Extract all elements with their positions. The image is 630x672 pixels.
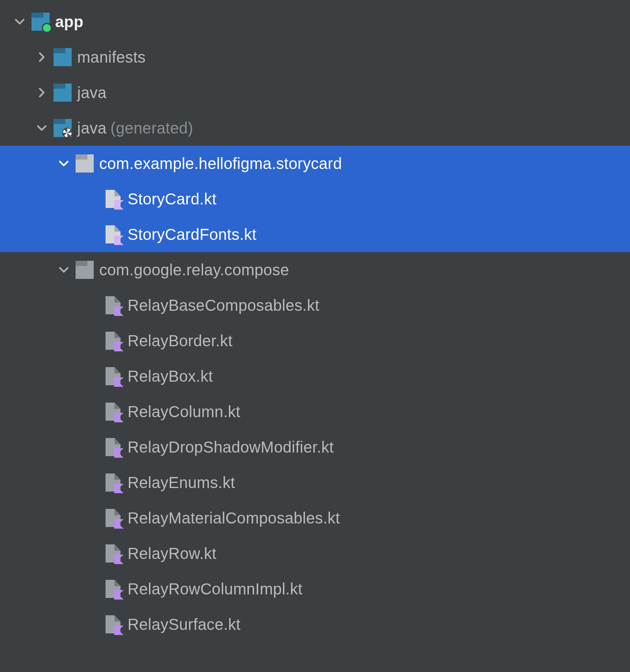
tree-label: com.example.hellofigma.storycard — [99, 155, 342, 173]
tree-label-suffix: (generated) — [111, 119, 193, 137]
module-folder-icon — [32, 13, 50, 31]
kotlin-file-icon — [104, 544, 122, 562]
tree-label: com.google.relay.compose — [99, 261, 289, 279]
tree-node-java[interactable]: java — [0, 75, 630, 110]
kotlin-file-icon — [104, 296, 122, 314]
chevron-down-icon[interactable] — [14, 16, 25, 27]
tree-label: RelayEnums.kt — [128, 474, 235, 492]
tree-node-file[interactable]: RelayBorder.kt — [0, 323, 630, 358]
tree-node-package-storycard[interactable]: com.example.hellofigma.storycard — [0, 146, 630, 181]
tree-node-package-relay[interactable]: com.google.relay.compose — [0, 252, 630, 288]
tree-node-file[interactable]: RelayBox.kt — [0, 358, 630, 394]
tree-label: java — [77, 119, 107, 137]
tree-label: StoryCardFonts.kt — [128, 226, 256, 243]
tree-label: RelayRow.kt — [128, 545, 217, 562]
tree-node-file[interactable]: RelayColumn.kt — [0, 394, 630, 429]
tree-label: RelayMaterialComposables.kt — [128, 509, 340, 527]
tree-node-file[interactable]: RelayEnums.kt — [0, 465, 630, 500]
tree-node-file[interactable]: StoryCard.kt — [0, 181, 630, 217]
tree-label: app — [55, 13, 83, 31]
kotlin-file-icon — [104, 403, 122, 421]
chevron-down-icon[interactable] — [36, 123, 47, 134]
chevron-right-icon[interactable] — [36, 87, 47, 98]
tree-label: StoryCard.kt — [128, 190, 217, 208]
tree-node-app[interactable]: app — [0, 4, 630, 39]
kotlin-file-icon — [104, 190, 122, 208]
tree-label: java — [77, 84, 107, 102]
tree-label: RelayColumn.kt — [128, 403, 241, 421]
kotlin-file-icon — [104, 473, 122, 492]
tree-label: RelayRowColumnImpl.kt — [128, 580, 302, 598]
tree-label: RelaySurface.kt — [128, 616, 241, 633]
tree-node-file[interactable]: RelayRowColumnImpl.kt — [0, 571, 630, 607]
tree-node-file[interactable]: StoryCardFonts.kt — [0, 217, 630, 252]
kotlin-file-icon — [104, 225, 122, 243]
kotlin-file-icon — [104, 332, 122, 350]
chevron-right-icon[interactable] — [36, 52, 47, 63]
tree-node-file[interactable]: RelayRow.kt — [0, 536, 630, 571]
chevron-down-icon[interactable] — [58, 158, 69, 169]
tree-label: RelayBorder.kt — [128, 332, 233, 350]
kotlin-file-icon — [104, 580, 122, 598]
tree-label: RelayDropShadowModifier.kt — [128, 438, 334, 456]
package-folder-icon — [76, 154, 94, 173]
chevron-down-icon[interactable] — [58, 264, 69, 275]
tree-node-file[interactable]: RelaySurface.kt — [0, 607, 630, 642]
package-folder-icon — [76, 261, 94, 279]
project-tree: app manifests java java (generated) — [0, 0, 630, 642]
tree-node-java-generated[interactable]: java (generated) — [0, 110, 630, 146]
kotlin-file-icon — [104, 509, 122, 527]
tree-node-file[interactable]: RelayMaterialComposables.kt — [0, 500, 630, 536]
tree-node-file[interactable]: RelayBaseComposables.kt — [0, 288, 630, 323]
generated-folder-icon — [54, 119, 72, 137]
tree-label: manifests — [77, 48, 146, 66]
kotlin-file-icon — [104, 438, 122, 456]
folder-icon — [54, 48, 72, 66]
folder-icon — [54, 84, 72, 102]
tree-label: RelayBox.kt — [128, 368, 213, 385]
tree-node-file[interactable]: RelayDropShadowModifier.kt — [0, 429, 630, 465]
kotlin-file-icon — [104, 367, 122, 385]
kotlin-file-icon — [104, 615, 122, 633]
tree-label: RelayBaseComposables.kt — [128, 297, 319, 314]
tree-node-manifests[interactable]: manifests — [0, 39, 630, 75]
